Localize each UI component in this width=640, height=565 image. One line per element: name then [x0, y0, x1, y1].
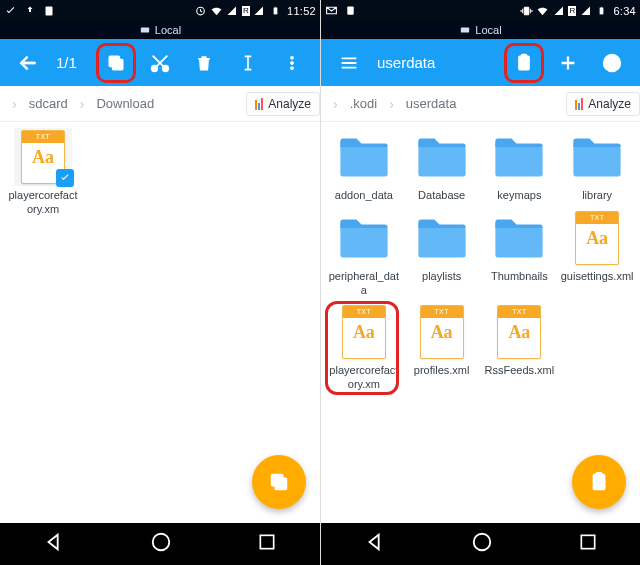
file-label: addon_data — [335, 189, 393, 203]
location-label: Local — [155, 24, 181, 36]
file-aa: Aa — [498, 322, 540, 343]
toolbar: userdata — [321, 39, 640, 86]
analyze-button[interactable]: Analyze — [246, 92, 320, 116]
file-thumb — [335, 209, 393, 267]
signal2-icon — [579, 4, 592, 17]
file-badge: TXT — [421, 306, 463, 318]
phone-right: R 6:34 Local userdata › .kodi › userdata… — [320, 0, 640, 565]
storage-icon — [459, 25, 471, 35]
file-badge: TXT — [22, 131, 64, 143]
nav-home[interactable] — [150, 531, 172, 557]
fab-paste[interactable] — [572, 455, 626, 509]
svg-rect-17 — [525, 7, 529, 15]
battery-icon — [269, 4, 282, 17]
file-label: playercorefactory.xm — [6, 189, 80, 217]
svg-rect-22 — [522, 54, 527, 57]
file-item[interactable]: TXTAaplayercorefactory.xm — [325, 303, 403, 392]
new-button[interactable] — [548, 43, 588, 83]
file-thumb: TXTAa — [490, 303, 548, 361]
rename-button[interactable] — [228, 43, 268, 83]
file-item[interactable]: TXT Aa playercorefactory.xm — [4, 128, 82, 217]
nav-recents[interactable] — [578, 532, 598, 556]
file-item[interactable]: TXTAaRssFeeds.xml — [481, 303, 559, 392]
nav-bar — [0, 523, 320, 565]
file-item[interactable]: TXTAaprofiles.xml — [403, 303, 481, 392]
file-thumb: TXTAa — [568, 209, 626, 267]
svg-point-9 — [291, 56, 294, 59]
svg-rect-6 — [109, 56, 119, 66]
svg-rect-0 — [45, 6, 52, 15]
file-label: peripheral_data — [327, 270, 401, 298]
file-item[interactable]: TXTAaguisettings.xml — [558, 209, 636, 298]
file-thumb: TXTAa — [413, 303, 471, 361]
file-badge: TXT — [576, 212, 618, 224]
file-item[interactable]: peripheral_data — [325, 209, 403, 298]
signal-icon — [552, 4, 565, 17]
fab-copy[interactable] — [252, 455, 306, 509]
file-item[interactable]: keymaps — [481, 128, 559, 203]
copy-button[interactable] — [96, 43, 136, 83]
analyze-label: Analyze — [588, 97, 631, 111]
svg-point-26 — [473, 534, 490, 551]
signal-icon — [226, 4, 239, 17]
nav-recents[interactable] — [257, 532, 277, 556]
file-item[interactable]: library — [558, 128, 636, 203]
selection-counter: 1/1 — [52, 54, 81, 71]
crumb-download[interactable]: Download — [92, 94, 158, 113]
clock-time: 6:34 — [613, 5, 636, 17]
file-thumb — [413, 128, 471, 186]
txt-icon: TXTAa — [342, 305, 386, 359]
file-label: Thumbnails — [491, 270, 548, 284]
wifi-icon — [210, 4, 223, 17]
file-thumb — [335, 128, 393, 186]
file-label: RssFeeds.xml — [485, 364, 555, 378]
crumb-kodi[interactable]: .kodi — [346, 94, 381, 113]
file-label: playlists — [422, 270, 461, 284]
file-thumb: TXTAa — [335, 303, 393, 361]
menu-button[interactable] — [329, 43, 369, 83]
alarm-icon — [194, 4, 207, 17]
file-label: profiles.xml — [414, 364, 470, 378]
txt-icon: TXTAa — [420, 305, 464, 359]
clock-time: 11:52 — [287, 5, 316, 17]
cut-button[interactable] — [140, 43, 180, 83]
crumb-userdata[interactable]: userdata — [402, 94, 461, 113]
delete-button[interactable] — [184, 43, 224, 83]
svg-rect-19 — [601, 6, 603, 7]
file-label: keymaps — [497, 189, 541, 203]
file-item[interactable]: playlists — [403, 209, 481, 298]
svg-rect-13 — [272, 475, 283, 486]
check-icon — [4, 4, 17, 17]
file-item[interactable]: Database — [403, 128, 481, 203]
vibrate-icon — [520, 4, 533, 17]
selected-check-icon — [56, 169, 74, 187]
file-aa: Aa — [343, 322, 385, 343]
file-label: guisettings.xml — [561, 270, 634, 284]
storage-icon — [139, 25, 151, 35]
file-aa: Aa — [421, 322, 463, 343]
svg-rect-2 — [274, 7, 278, 14]
crumb-sdcard[interactable]: sdcard — [25, 94, 72, 113]
file-aa: Aa — [576, 228, 618, 249]
file-label: Database — [418, 189, 465, 203]
chevron-icon: › — [6, 96, 23, 112]
cancel-button[interactable] — [592, 43, 632, 83]
upload-icon — [23, 4, 36, 17]
app-icon — [344, 4, 357, 17]
nav-home[interactable] — [471, 531, 493, 557]
overflow-button[interactable] — [272, 43, 312, 83]
file-label: playercorefactory.xm — [327, 364, 401, 392]
phone-left: R 11:52 Local 1/1 › sdcard › Download An… — [0, 0, 320, 565]
nav-back[interactable] — [43, 531, 65, 557]
nav-back[interactable] — [364, 531, 386, 557]
paste-button[interactable] — [504, 43, 544, 83]
battery-icon — [595, 4, 608, 17]
file-item[interactable]: addon_data — [325, 128, 403, 203]
location-bar: Local — [321, 21, 640, 39]
analyze-button[interactable]: Analyze — [566, 92, 640, 116]
file-thumb: TXT Aa — [14, 128, 72, 186]
folder-title[interactable]: userdata — [373, 54, 500, 71]
back-button[interactable] — [8, 43, 48, 83]
status-bar: R 6:34 — [321, 0, 640, 21]
file-item[interactable]: Thumbnails — [481, 209, 559, 298]
